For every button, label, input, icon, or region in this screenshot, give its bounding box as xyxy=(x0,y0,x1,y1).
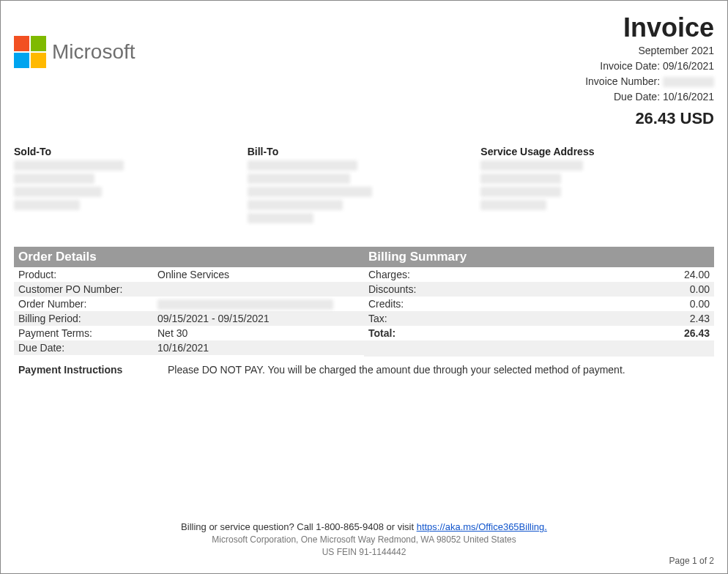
service-usage-label: Service Usage Address xyxy=(480,146,714,157)
billing-period-label: Billing Period: xyxy=(18,313,157,324)
due-date-value: 10/16/2021 xyxy=(663,91,714,102)
due-date-label: Due Date: xyxy=(614,91,663,102)
brand-text: Microsoft xyxy=(52,40,135,64)
order-number-redacted xyxy=(157,299,333,310)
discounts-value: 0.00 xyxy=(644,283,710,295)
bill-to-redacted xyxy=(248,160,365,223)
invoice-number-line: Invoice Number: xyxy=(585,74,714,89)
order-number-value xyxy=(157,298,360,310)
due-date-line: Due Date: 10/16/2021 xyxy=(585,89,714,105)
po-label: Customer PO Number: xyxy=(18,283,157,295)
invoice-date-line: Invoice Date: 09/16/2021 xyxy=(585,59,714,74)
payment-terms-label: Payment Terms: xyxy=(18,327,157,339)
tax-label: Tax: xyxy=(368,313,644,324)
bill-to-label: Bill-To xyxy=(248,146,481,157)
microsoft-logo: Microsoft xyxy=(14,36,135,68)
payment-instructions-label: Payment Instructions xyxy=(14,364,168,376)
invoice-date-label: Invoice Date: xyxy=(600,60,663,72)
billing-period: September 2021 xyxy=(585,43,714,59)
credits-label: Credits: xyxy=(368,298,644,310)
billing-period-value: 09/15/2021 - 09/15/2021 xyxy=(157,313,360,324)
charges-value: 24.00 xyxy=(644,269,710,280)
invoice-meta: Invoice September 2021 Invoice Date: 09/… xyxy=(585,14,714,128)
credits-value: 0.00 xyxy=(644,298,710,310)
bill-to-column: Bill-To xyxy=(248,146,481,226)
tax-value: 2.43 xyxy=(644,313,710,324)
invoice-number-label: Invoice Number: xyxy=(585,75,660,87)
addresses: Sold-To Bill-To Service Usage Address xyxy=(14,146,714,226)
payment-instructions: Payment Instructions Please DO NOT PAY. … xyxy=(14,364,714,376)
po-value xyxy=(157,283,360,295)
header: Microsoft Invoice September 2021 Invoice… xyxy=(14,14,714,128)
billing-summary-heading: Billing Summary xyxy=(364,247,714,267)
billing-link[interactable]: https://aka.ms/Office365Billing. xyxy=(417,521,547,532)
charges-label: Charges: xyxy=(368,269,644,280)
service-usage-redacted xyxy=(480,160,598,210)
billing-summary-table: Billing Summary Charges: 24.00 Discounts… xyxy=(364,247,714,357)
footer-corp-line: Microsoft Corporation, One Microsoft Way… xyxy=(1,534,727,545)
service-usage-column: Service Usage Address xyxy=(480,146,714,226)
total-value: 26.43 xyxy=(644,327,710,339)
order-details-table: Order Details Product: Online Services C… xyxy=(14,247,364,357)
payment-terms-value: Net 30 xyxy=(157,327,360,339)
amount-due: 26.43 USD xyxy=(585,109,714,128)
footer-question-line: Billing or service question? Call 1-800-… xyxy=(1,521,727,532)
product-value: Online Services xyxy=(157,269,360,280)
payment-instructions-text: Please DO NOT PAY. You will be charged t… xyxy=(168,364,714,376)
footer-fein-line: US FEIN 91-1144442 xyxy=(1,547,727,557)
order-due-date-label: Due Date: xyxy=(18,342,157,354)
discounts-label: Discounts: xyxy=(368,283,644,295)
footer-question-text: Billing or service question? Call 1-800-… xyxy=(181,521,417,532)
tables: Order Details Product: Online Services C… xyxy=(14,247,714,357)
invoice-number-redacted xyxy=(663,77,714,87)
total-label: Total: xyxy=(368,327,644,339)
invoice-title: Invoice xyxy=(585,14,714,42)
microsoft-tiles-icon xyxy=(14,36,46,68)
order-due-date-value: 10/16/2021 xyxy=(157,342,360,354)
sold-to-column: Sold-To xyxy=(14,146,248,226)
order-details-heading: Order Details xyxy=(14,247,364,267)
footer: Billing or service question? Call 1-800-… xyxy=(1,521,727,557)
sold-to-label: Sold-To xyxy=(14,146,248,157)
invoice-date-value: 09/16/2021 xyxy=(663,60,714,72)
page-number: Page 1 of 2 xyxy=(669,556,714,566)
order-number-label: Order Number: xyxy=(18,298,157,310)
sold-to-redacted xyxy=(14,160,131,210)
product-label: Product: xyxy=(18,269,157,280)
